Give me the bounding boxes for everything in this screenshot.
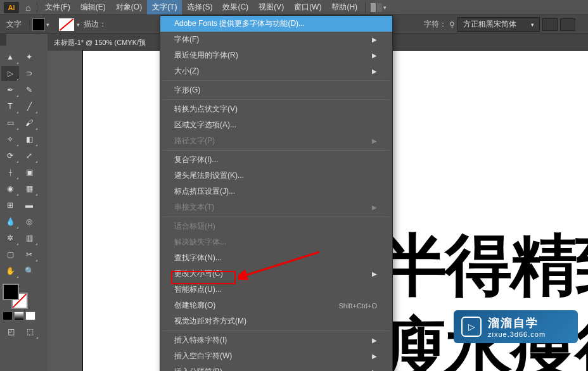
- brush-tool[interactable]: 🖌: [20, 115, 38, 130]
- tool-label: 文字: [6, 19, 22, 30]
- hand-tool[interactable]: ✋: [1, 263, 19, 279]
- menu-select[interactable]: 选择(S): [182, 0, 217, 15]
- eyedropper-tool[interactable]: 💧: [1, 214, 19, 229]
- none-mode[interactable]: [25, 311, 35, 320]
- shape-builder-tool[interactable]: ◉: [1, 181, 19, 196]
- toolbar: ▲✦ ▷⊃ ✒✎ T╱ ▭🖌 ✧◧ ⟳⤢ ⟊▣ ◉▦ ⊞▬ 💧◎ ✲▥ ▢✂ ✋…: [0, 47, 41, 343]
- menu-item[interactable]: 插入空白字符(W)▶: [160, 348, 392, 364]
- layout-switcher[interactable]: ▾: [371, 3, 387, 12]
- fill-dropdown-icon[interactable]: ▾: [46, 22, 49, 28]
- menu-item[interactable]: 智能标点(U)...: [160, 282, 392, 298]
- font-select[interactable]: 方正粗黑宋简体▾: [457, 17, 540, 32]
- scale-tool[interactable]: ⤢: [20, 148, 38, 163]
- menu-item[interactable]: 查找字体(N)...: [160, 250, 392, 266]
- rotate-tool[interactable]: ⟳: [1, 148, 19, 163]
- menu-object[interactable]: 对象(O): [111, 0, 147, 15]
- menu-item[interactable]: 避头尾法则设置(K)...: [160, 168, 392, 184]
- direct-selection-tool[interactable]: ▷: [1, 66, 19, 81]
- selection-tool[interactable]: ▲: [1, 49, 19, 65]
- canvas-text-1[interactable]: 半得精致: [380, 220, 588, 311]
- panel-collapse[interactable]: [0, 34, 6, 46]
- menu-item[interactable]: 插入分隔符(B)▶: [160, 364, 392, 371]
- zoom-tool[interactable]: 🔍: [20, 263, 38, 279]
- menu-item[interactable]: 字体(F)▶: [160, 32, 392, 47]
- pen-tool[interactable]: ✒: [1, 82, 19, 97]
- menu-view[interactable]: 视图(V): [253, 0, 289, 15]
- menu-item[interactable]: 更改大小写(C)▶: [160, 266, 392, 282]
- menu-item[interactable]: 最近使用的字体(R)▶: [160, 47, 392, 63]
- font-size-select[interactable]: [560, 18, 575, 31]
- gradient-mode[interactable]: [14, 311, 24, 320]
- menu-window[interactable]: 窗口(W): [289, 0, 326, 15]
- svg-rect-0: [371, 3, 376, 12]
- artboard-tool[interactable]: ▢: [1, 247, 19, 262]
- blend-tool[interactable]: ◎: [20, 214, 38, 229]
- rectangle-tool[interactable]: ▭: [1, 115, 19, 130]
- menu-effect[interactable]: 效果(C): [217, 0, 253, 15]
- stroke-label: 描边：: [84, 19, 106, 30]
- menu-text[interactable]: 文字(T): [147, 0, 182, 15]
- menu-item[interactable]: 字形(G): [160, 82, 392, 98]
- draw-mode[interactable]: ◰: [3, 324, 20, 339]
- menu-help[interactable]: 帮助(H): [326, 0, 362, 15]
- menu-item[interactable]: 区域文字选项(A)...: [160, 117, 392, 133]
- type-tool[interactable]: T: [1, 99, 19, 114]
- slice-tool[interactable]: ✂: [20, 247, 38, 262]
- menu-item: 路径文字(P)▶: [160, 133, 392, 149]
- free-transform-tool[interactable]: ▣: [20, 165, 38, 180]
- menu-edit[interactable]: 编辑(E): [75, 0, 111, 15]
- symbol-sprayer-tool[interactable]: ✲: [1, 230, 19, 246]
- char-label: 字符：: [424, 19, 447, 30]
- magic-wand-tool[interactable]: ✦: [20, 49, 38, 65]
- svg-rect-1: [377, 3, 382, 12]
- play-icon: ▷: [461, 317, 482, 337]
- graph-tool[interactable]: ▥: [20, 230, 38, 246]
- app-logo: Ai: [4, 2, 19, 13]
- watermark: ▷ 溜溜自学 zixue.3d66.com: [454, 310, 578, 343]
- menu-item[interactable]: 大小(Z)▶: [160, 63, 392, 79]
- text-menu-dropdown: Adobe Fonts 提供更多字体与功能(D)...字体(F)▶最近使用的字体…: [160, 15, 393, 371]
- menu-item[interactable]: Adobe Fonts 提供更多字体与功能(D)...: [160, 16, 392, 32]
- watermark-title: 溜溜自学: [488, 315, 546, 330]
- menubar: Ai ⌂ 文件(F) 编辑(E) 对象(O) 文字(T) 选择(S) 效果(C)…: [0, 0, 588, 15]
- menu-item: 串接文本(T)▶: [160, 199, 392, 215]
- curvature-tool[interactable]: ✎: [20, 82, 38, 97]
- fill-stroke-swap[interactable]: [3, 284, 28, 309]
- menu-item[interactable]: 创建轮廓(O)Shift+Ctrl+O: [160, 298, 392, 313]
- menu-item[interactable]: 标点挤压设置(J)...: [160, 184, 392, 199]
- menu-item: 解决缺失字体...: [160, 234, 392, 250]
- width-tool[interactable]: ⟊: [1, 165, 19, 180]
- document-tab[interactable]: 未标题-1* @ 150% (CMYK/预: [48, 35, 152, 50]
- stroke-dropdown-icon[interactable]: ▾: [77, 22, 80, 28]
- shaper-tool[interactable]: ✧: [1, 132, 19, 147]
- menu-item[interactable]: 插入特殊字符(I)▶: [160, 332, 392, 348]
- lasso-tool[interactable]: ⊃: [20, 66, 38, 81]
- watermark-url: zixue.3d66.com: [488, 330, 546, 338]
- home-icon[interactable]: ⌂: [25, 3, 30, 13]
- line-tool[interactable]: ╱: [20, 99, 38, 114]
- color-mode[interactable]: [3, 311, 13, 320]
- font-link-icon[interactable]: ⚲: [449, 20, 455, 29]
- menu-item: 适合标题(H): [160, 218, 392, 234]
- gradient-tool[interactable]: ▬: [20, 198, 38, 213]
- menu-item[interactable]: 转换为点状文字(V): [160, 101, 392, 117]
- font-style-select[interactable]: [542, 18, 558, 31]
- perspective-tool[interactable]: ▦: [20, 181, 38, 196]
- menu-item[interactable]: 视觉边距对齐方式(M): [160, 313, 392, 329]
- stroke-swatch[interactable]: [59, 18, 74, 31]
- fill-swatch[interactable]: [32, 18, 45, 31]
- menu-file[interactable]: 文件(F): [40, 0, 75, 15]
- menu-item[interactable]: 复合字体(I)...: [160, 152, 392, 168]
- eraser-tool[interactable]: ◧: [20, 132, 38, 147]
- screen-mode[interactable]: ⬚: [22, 324, 39, 339]
- mesh-tool[interactable]: ⊞: [1, 198, 19, 213]
